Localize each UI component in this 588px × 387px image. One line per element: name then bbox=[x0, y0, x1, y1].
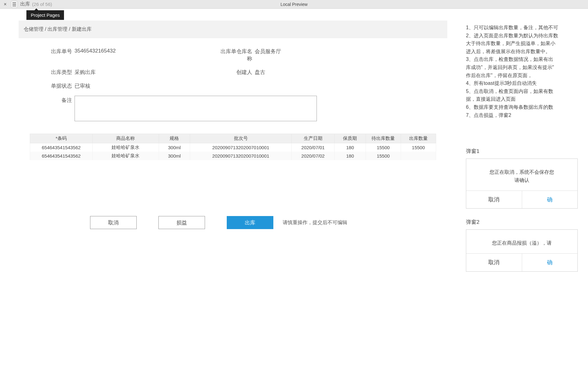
cell-pending: 15500 bbox=[366, 152, 401, 160]
dialog2-line1: 您正在商品报损（溢），请 bbox=[472, 239, 571, 247]
value-out-type: 采购出库 bbox=[75, 68, 96, 76]
cell-batch: 202009071320200701​0001 bbox=[190, 152, 292, 160]
cell-spec: 300ml bbox=[159, 152, 190, 160]
note-line: 2、进入页面是出库数量为默认为待出库数 bbox=[466, 32, 588, 40]
cell-batch: 202009071320200701​0001 bbox=[190, 143, 292, 152]
table-row: 654643541543562 娃哈哈矿泉水 300ml 20200907132… bbox=[30, 152, 436, 160]
field-status: 单据状态 已审核 bbox=[37, 81, 180, 90]
note-line: 进入后，将差值展示在待出库数量中。 bbox=[466, 48, 588, 56]
loss-gain-button[interactable]: 损益 bbox=[158, 216, 205, 229]
project-pages-tooltip: Project Pages bbox=[26, 10, 64, 20]
menu-icon[interactable] bbox=[11, 1, 18, 8]
table-row: 654643541543562 娃哈哈矿泉水 300ml 20200907132… bbox=[30, 143, 436, 152]
th-spec: 规格 bbox=[159, 134, 190, 143]
field-warehouse: 出库单仓库名称 会员服务厅 bbox=[217, 47, 360, 62]
notes-panel: 1、只可以编辑出库数量，备注，其他不可 2、进入页面是出库数量为默认为待出库数 … bbox=[466, 21, 588, 272]
dialog2-cancel-button[interactable]: 取消 bbox=[466, 254, 522, 271]
dialog1-confirm-button[interactable]: 确 bbox=[522, 191, 578, 209]
dialog1-cancel-button[interactable]: 取消 bbox=[466, 191, 522, 209]
cell-shelf: 180 bbox=[335, 152, 366, 160]
value-warehouse: 会员服务厅 bbox=[255, 47, 281, 55]
label-warehouse: 出库单仓库名称 bbox=[217, 47, 255, 62]
note-line: 作后在出库"，停留在原页面， bbox=[466, 71, 588, 80]
action-hint: 请慎重操作，提交后不可编辑 bbox=[283, 219, 347, 226]
field-creator: 创建人 盘古 bbox=[217, 68, 360, 76]
close-icon[interactable]: × bbox=[2, 2, 8, 7]
note-line: 库成功"，并返回列表页，如果没有提示" bbox=[466, 63, 588, 71]
page-title: 出库 bbox=[20, 1, 30, 7]
dialog2-section: 弹窗2 您正在商品报损（溢），请 取消 确 bbox=[466, 218, 588, 272]
label-out-type: 出库类型 bbox=[37, 68, 75, 76]
cell-pending: 15500 bbox=[366, 143, 401, 152]
note-line: 5、点击取消，检查页面内容，如果有数 bbox=[466, 87, 588, 95]
label-creator: 创建人 bbox=[217, 68, 255, 76]
value-order-no: 35465432165432 bbox=[75, 47, 116, 54]
th-shelf: 保质期 bbox=[335, 134, 366, 143]
items-table: *条码 商品名称 规格 批次号 生产日期 保质期 待出库数量 出库数量 6546 bbox=[30, 134, 436, 160]
note-line: 6、数据库要支持查询每条数据出库的数 bbox=[466, 103, 588, 111]
label-status: 单据状态 bbox=[37, 81, 75, 90]
cell-name: 娃哈哈矿泉水 bbox=[93, 143, 159, 152]
cell-produce-date: 2020/07/01 bbox=[291, 143, 334, 152]
dialog2-box: 您正在商品报损（溢），请 取消 确 bbox=[466, 229, 578, 271]
cell-barcode: 654643541543562 bbox=[30, 143, 93, 152]
label-order-no: 出库单号 bbox=[37, 47, 75, 55]
note-line: 据，直接返回进入页面 bbox=[466, 95, 588, 103]
th-produce-date: 生产日期 bbox=[291, 134, 334, 143]
topbar: × 出库 (26 of 56) Local Preview bbox=[0, 0, 588, 9]
cell-produce-date: 2020/07/02 bbox=[291, 152, 334, 160]
cell-spec: 300ml bbox=[159, 143, 190, 152]
cell-out-qty[interactable]: 15500 bbox=[401, 143, 436, 152]
th-out-qty: 出库数量 bbox=[401, 134, 436, 143]
note-line: 4、所有toast提示3秒后自动消失 bbox=[466, 79, 588, 87]
note-line: 大于待出库数量，则产生损溢单，如果小 bbox=[466, 39, 588, 48]
outbound-button[interactable]: 出库 bbox=[227, 216, 273, 229]
field-out-type: 出库类型 采购出库 bbox=[37, 68, 180, 76]
note-line: 7、点击损益，弹窗2 bbox=[466, 111, 588, 119]
dialog2-title: 弹窗2 bbox=[466, 218, 588, 226]
dialog2-confirm-button[interactable]: 确 bbox=[522, 254, 578, 271]
th-barcode: *条码 bbox=[30, 134, 93, 143]
dialog1-title: 弹窗1 bbox=[466, 147, 588, 155]
cancel-button[interactable]: 取消 bbox=[90, 216, 137, 229]
dialog1-box: 您正在取消，系统不会保存您 请确认 取消 确 bbox=[466, 159, 578, 209]
th-name: 商品名称 bbox=[93, 134, 159, 143]
note-line: 3、点击出库，检查数据情况，如果有出 bbox=[466, 55, 588, 63]
field-remark: 备注 bbox=[37, 96, 429, 121]
cell-name: 娃哈哈矿泉水 bbox=[93, 152, 159, 160]
breadcrumb: 仓储管理 / 出库管理 / 新建出库 bbox=[19, 21, 447, 38]
label-remark: 备注 bbox=[37, 96, 75, 121]
dialog1-line2: 请确认 bbox=[472, 176, 571, 184]
cell-barcode: 654643541543562 bbox=[30, 152, 93, 160]
th-batch: 批次号 bbox=[190, 134, 292, 143]
value-creator: 盘古 bbox=[255, 68, 265, 76]
th-pending: 待出库数量 bbox=[366, 134, 401, 143]
remark-input[interactable] bbox=[75, 96, 317, 121]
cell-out-qty[interactable] bbox=[401, 152, 436, 160]
preview-label: Local Preview bbox=[280, 2, 308, 7]
dialog1-section: 弹窗1 您正在取消，系统不会保存您 请确认 取消 确 bbox=[466, 147, 588, 209]
field-order-no: 出库单号 35465432165432 bbox=[37, 47, 180, 62]
value-status: 已审核 bbox=[75, 81, 90, 90]
page-counter: (26 of 56) bbox=[32, 2, 52, 7]
note-line: 1、只可以编辑出库数量，备注，其他不可 bbox=[466, 24, 588, 32]
action-bar: 取消 损益 出库 请慎重操作，提交后不可编辑 bbox=[19, 160, 447, 242]
dialog1-line1: 您正在取消，系统不会保存您 bbox=[472, 168, 571, 176]
cell-shelf: 180 bbox=[335, 143, 366, 152]
